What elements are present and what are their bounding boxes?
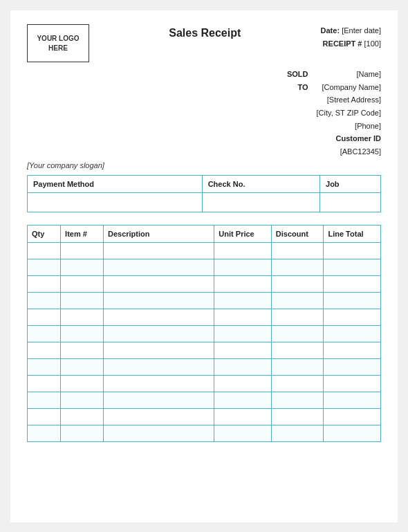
total-header: Line Total (324, 225, 381, 242)
table-cell (103, 408, 214, 425)
table-cell (271, 375, 324, 392)
table-cell (103, 358, 214, 375)
table-cell (324, 425, 381, 441)
table-cell (214, 309, 271, 325)
table-cell (103, 392, 214, 408)
table-cell (324, 242, 381, 259)
sold-phone: [Phone] (316, 120, 381, 133)
payment-method-header: Payment Method (28, 175, 203, 192)
table-cell (103, 292, 214, 309)
table-cell (28, 358, 61, 375)
table-cell (271, 392, 324, 408)
table-row (28, 392, 381, 408)
table-cell (103, 275, 214, 292)
table-cell (214, 408, 271, 425)
table-cell (103, 342, 214, 358)
logo-text: YOUR LOGO HERE (37, 34, 79, 53)
sold-company: [Company Name] (316, 81, 381, 94)
sold-street: [Street Address] (316, 93, 381, 107)
sold-to-values: [Name] [Company Name] [Street Address] [… (316, 68, 381, 158)
check-no-header: Check No. (202, 175, 319, 192)
table-cell (28, 375, 61, 392)
table-cell (28, 408, 61, 425)
receipt-page: YOUR LOGO HERE Sales Receipt Date: [Ente… (10, 10, 398, 522)
payment-method-cell (28, 192, 203, 212)
table-cell (271, 358, 324, 375)
table-cell (324, 275, 381, 292)
table-cell (324, 342, 381, 358)
table-row (28, 275, 381, 292)
table-cell (103, 259, 214, 275)
table-row (28, 342, 381, 358)
date-label: Date: (321, 26, 340, 35)
logo-box: YOUR LOGO HERE (27, 24, 89, 62)
table-cell (103, 325, 214, 342)
table-cell (61, 259, 104, 275)
table-cell (214, 259, 271, 275)
table-cell (61, 292, 104, 309)
table-cell (214, 275, 271, 292)
table-cell (61, 358, 104, 375)
table-cell (28, 325, 61, 342)
items-table: Qty Item # Description Unit Price Discou… (27, 225, 381, 442)
sold-to-section: SOLD TO [Name] [Company Name] [Street Ad… (27, 68, 381, 158)
table-cell (28, 425, 61, 441)
job-header: Job (320, 175, 381, 192)
table-cell (271, 259, 324, 275)
table-cell (324, 408, 381, 425)
table-cell (28, 342, 61, 358)
table-cell (214, 425, 271, 441)
date-value: [Enter date] (342, 26, 381, 35)
table-row (28, 325, 381, 342)
receipt-row: RECEIPT # [100] (321, 37, 381, 51)
table-row (28, 375, 381, 392)
table-cell (61, 425, 104, 441)
receipt-label: RECEIPT # (323, 39, 362, 48)
table-cell (103, 309, 214, 325)
title-section: Sales Receipt (89, 24, 321, 39)
table-cell (28, 275, 61, 292)
table-cell (271, 292, 324, 309)
table-cell (61, 375, 104, 392)
payment-row (28, 192, 381, 212)
table-cell (324, 309, 381, 325)
top-right-info: Date: [Enter date] RECEIPT # [100] (321, 24, 381, 50)
discount-header: Discount (271, 225, 324, 242)
table-cell (103, 375, 214, 392)
price-header: Unit Price (214, 225, 271, 242)
table-cell (28, 392, 61, 408)
table-cell (214, 392, 271, 408)
table-cell (28, 259, 61, 275)
table-row (28, 259, 381, 275)
table-cell (271, 242, 324, 259)
table-cell (61, 309, 104, 325)
table-cell (61, 408, 104, 425)
payment-method-table: Payment Method Check No. Job (27, 175, 381, 212)
table-row (28, 309, 381, 325)
receipt-value: [100] (364, 39, 381, 48)
table-cell (271, 275, 324, 292)
table-cell (61, 242, 104, 259)
table-cell (324, 358, 381, 375)
table-cell (214, 342, 271, 358)
table-cell (214, 242, 271, 259)
table-cell (324, 392, 381, 408)
table-cell (61, 275, 104, 292)
table-cell (61, 342, 104, 358)
date-row: Date: [Enter date] (321, 24, 381, 37)
item-header: Item # (61, 225, 104, 242)
sold-to-label: SOLD TO (287, 68, 308, 158)
table-cell (61, 392, 104, 408)
table-cell (271, 425, 324, 441)
table-row (28, 408, 381, 425)
table-row (28, 358, 381, 375)
table-cell (103, 425, 214, 441)
table-row (28, 242, 381, 259)
table-cell (28, 292, 61, 309)
table-cell (271, 309, 324, 325)
table-cell (103, 242, 214, 259)
table-cell (214, 325, 271, 342)
table-cell (214, 292, 271, 309)
table-cell (324, 375, 381, 392)
table-cell (271, 408, 324, 425)
